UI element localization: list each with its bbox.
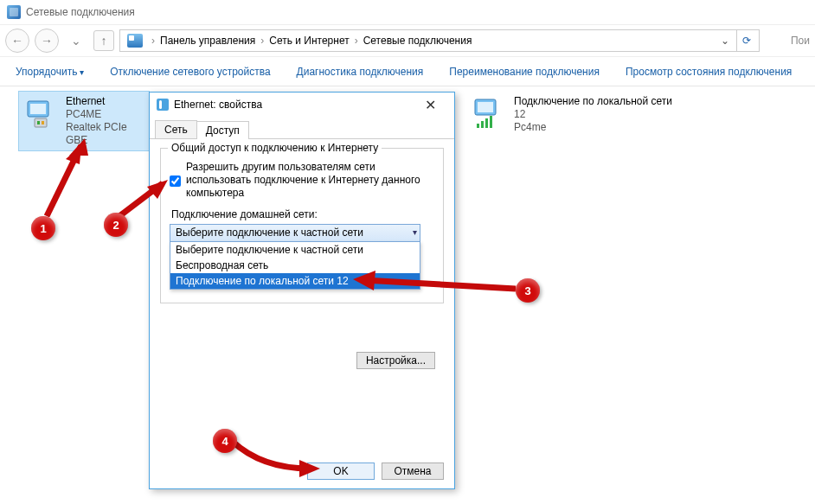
svg-rect-1 (30, 104, 46, 114)
annotation-arrow-1 (42, 130, 111, 225)
chevron-down-icon: ▾ (413, 227, 417, 237)
network-connections-icon (7, 5, 21, 19)
home-network-combo[interactable]: Выберите подключение к частной сети ▾ (170, 224, 420, 242)
allow-sharing-label: Разрешить другим пользователям сети испо… (186, 161, 434, 200)
cmd-disable-device[interactable]: Отключение сетевого устройства (110, 66, 270, 78)
cmd-rename[interactable]: Переименование подключения (449, 66, 600, 78)
combo-option[interactable]: Выберите подключение к частной сети (170, 242, 420, 258)
crumb-network-connections[interactable]: Сетевые подключения (363, 35, 472, 47)
connection-name: Подключение по локальной сети (514, 95, 672, 108)
dialog-title: Ethernet: свойства (174, 99, 262, 111)
search-hint: Пои (791, 35, 810, 47)
recent-dropdown[interactable]: ⌄ (64, 29, 88, 53)
dialog-titlebar[interactable]: Ethernet: свойства ✕ (150, 93, 454, 117)
annotation-badge-4: 4 (213, 429, 237, 453)
cmd-organize[interactable]: Упорядочить (16, 66, 84, 78)
group-legend: Общий доступ к подключению к Интернету (168, 142, 382, 154)
connection-name: Ethernet (66, 95, 144, 108)
tab-network[interactable]: Сеть (155, 120, 197, 138)
home-network-label: Подключение домашней сети: (171, 208, 434, 220)
svg-rect-2 (35, 118, 47, 127)
svg-rect-7 (477, 124, 479, 128)
chevron-right-icon: › (355, 35, 358, 47)
svg-marker-15 (299, 460, 320, 477)
svg-marker-12 (69, 138, 88, 156)
svg-rect-4 (42, 121, 44, 124)
address-bar: ← → ⌄ ↑ › Панель управления › Сеть и Инт… (0, 24, 815, 57)
command-bar: Упорядочить Отключение сетевого устройст… (0, 57, 815, 86)
annotation-badge-2: 2 (104, 213, 128, 237)
annotation-arrow-3 (346, 268, 519, 303)
close-button[interactable]: ✕ (413, 97, 447, 113)
allow-sharing-row: Разрешить другим пользователям сети испо… (170, 161, 434, 200)
annotation-badge-3: 3 (516, 278, 540, 303)
svg-rect-3 (37, 121, 40, 124)
up-button[interactable]: ↑ (93, 30, 114, 51)
annotation-badge-1: 1 (31, 216, 55, 240)
cancel-button[interactable]: Отмена (382, 463, 444, 480)
chevron-down-icon[interactable]: ⌄ (721, 35, 729, 47)
refresh-button[interactable]: ⟳ (736, 30, 755, 51)
control-panel-icon (127, 34, 143, 48)
forward-button[interactable]: → (35, 29, 59, 53)
connection-device: Pc4me (514, 121, 672, 134)
window-title: Сетевые подключения (26, 6, 135, 18)
lan-adapter-icon (471, 95, 507, 131)
back-button[interactable]: ← (5, 29, 29, 53)
breadcrumb[interactable]: › Панель управления › Сеть и Интернет › … (119, 29, 760, 52)
content-area: Ethernet PC4ME Realtek PCIe GBE Подключе… (0, 86, 815, 504)
crumb-control-panel[interactable]: Панель управления (160, 35, 255, 47)
chevron-right-icon: › (151, 35, 155, 47)
svg-rect-8 (481, 121, 484, 128)
svg-rect-10 (490, 116, 492, 128)
cmd-view-status[interactable]: Просмотр состояния подключения (626, 66, 792, 78)
ethernet-adapter-icon (24, 95, 59, 131)
crumb-network-internet[interactable]: Сеть и Интернет (269, 35, 349, 47)
svg-rect-6 (478, 102, 493, 112)
annotation-arrow-4 (227, 432, 330, 475)
svg-marker-14 (353, 271, 375, 290)
cmd-diagnose[interactable]: Диагностика подключения (297, 66, 424, 78)
tab-sharing[interactable]: Доступ (196, 121, 249, 139)
svg-rect-9 (485, 118, 488, 128)
connection-status: 12 (514, 108, 672, 121)
window-titlebar: Сетевые подключения (0, 0, 815, 24)
connection-status: PC4ME (66, 108, 144, 121)
chevron-right-icon: › (260, 35, 264, 47)
tab-strip: Сеть Доступ (150, 117, 454, 139)
settings-button[interactable]: Настройка... (356, 352, 435, 369)
combo-value: Выберите подключение к частной сети (176, 226, 363, 239)
ethernet-icon (157, 99, 169, 111)
connection-item-lan[interactable]: Подключение по локальной сети 12 Pc4me (465, 92, 682, 137)
